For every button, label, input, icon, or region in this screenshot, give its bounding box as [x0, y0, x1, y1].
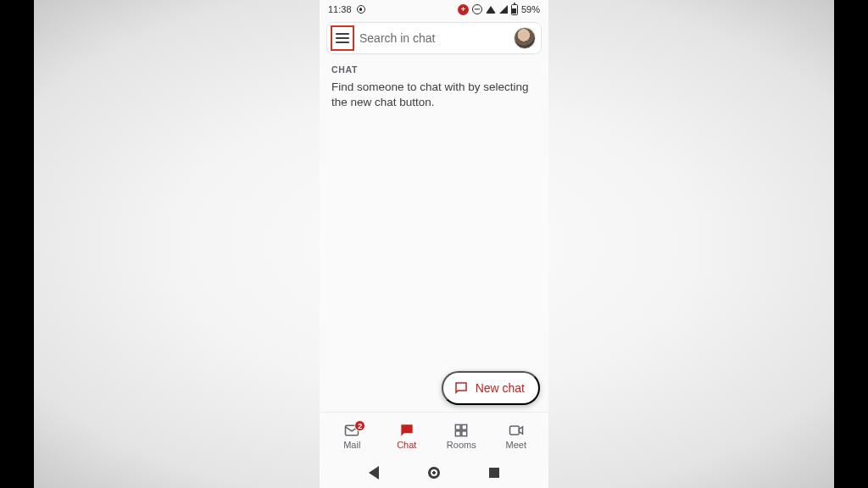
chat-icon [398, 422, 415, 439]
hamburger-menu-icon[interactable] [336, 33, 349, 43]
system-home-button[interactable] [428, 467, 440, 479]
new-chat-label: New chat [476, 381, 525, 395]
video-icon [508, 422, 525, 439]
nav-label-rooms: Rooms [447, 440, 476, 450]
pillarbox-right [834, 0, 868, 488]
bottom-nav: 2 Mail Chat Rooms Meet [320, 412, 548, 458]
pillarbox-left [0, 0, 34, 488]
search-bar-container [320, 19, 548, 59]
search-bar [326, 22, 542, 54]
system-back-button[interactable] [369, 466, 379, 480]
status-clock: 11:38 [328, 4, 352, 14]
status-bar: 11:38 + 59% [320, 0, 548, 19]
mail-badge: 2 [354, 420, 365, 431]
svg-rect-1 [456, 424, 461, 430]
section-label-chat: CHAT [331, 64, 537, 75]
nav-item-meet[interactable]: Meet [489, 422, 544, 450]
chat-bubble-icon [453, 380, 469, 396]
empty-state-message: Find someone to chat with by selecting t… [331, 80, 537, 110]
svg-rect-5 [509, 426, 519, 435]
svg-rect-4 [462, 431, 467, 436]
nav-item-chat[interactable]: Chat [380, 422, 435, 450]
main-content: CHAT Find someone to chat with by select… [320, 59, 548, 412]
system-nav-bar [320, 458, 548, 488]
rooms-icon [453, 422, 470, 439]
search-input[interactable] [358, 31, 510, 45]
battery-icon [511, 4, 518, 15]
svg-rect-3 [456, 431, 461, 436]
battery-percent: 59% [521, 4, 540, 14]
nav-label-chat: Chat [397, 440, 416, 450]
status-notification-badge: + [458, 4, 469, 15]
dnd-icon [472, 4, 482, 14]
profile-avatar[interactable] [514, 27, 536, 49]
nav-item-rooms[interactable]: Rooms [434, 422, 489, 450]
wifi-icon [486, 6, 496, 14]
phone-frame: 11:38 + 59% CHAT Find someone to chat wi… [320, 0, 548, 488]
system-recents-button[interactable] [489, 468, 499, 478]
new-chat-button[interactable]: New chat [442, 371, 540, 405]
nav-label-mail: Mail [343, 440, 360, 450]
cell-signal-icon [499, 5, 508, 14]
nav-label-meet: Meet [506, 440, 526, 450]
svg-rect-2 [462, 424, 467, 430]
nav-item-mail[interactable]: 2 Mail [325, 422, 380, 450]
hamburger-highlight-box [331, 25, 354, 51]
status-screenshot-icon [357, 5, 365, 14]
